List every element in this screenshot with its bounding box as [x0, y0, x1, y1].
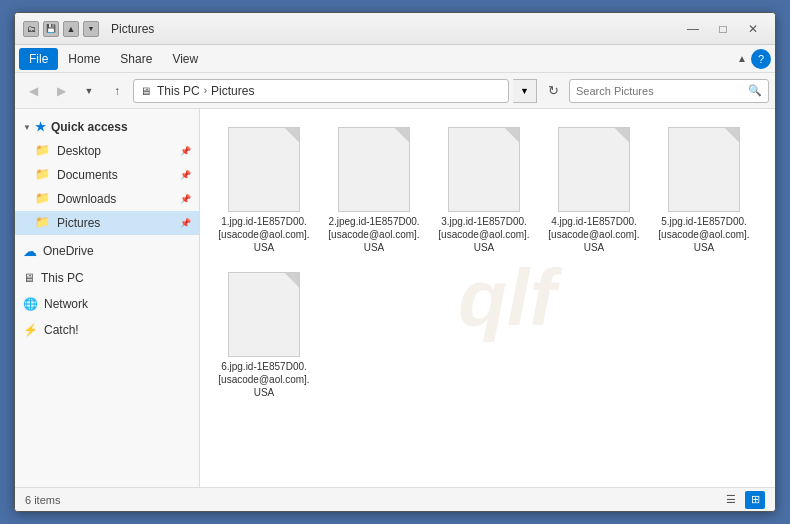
breadcrumb-pictures[interactable]: Pictures [211, 84, 254, 98]
sidebar-item-onedrive[interactable]: ☁ OneDrive [15, 239, 199, 263]
file-area: qlf 1.jpg.id-1E857D00.[usacode@aol.com].… [200, 109, 775, 487]
sidebar-section-catch: ⚡ Catch! [15, 319, 199, 341]
sidebar-item-thispc[interactable]: 🖥 This PC [15, 267, 199, 289]
file-thumbnail [228, 127, 300, 212]
dropdown-arrow[interactable]: ▼ [83, 21, 99, 37]
sidebar: ▼ ★ Quick access 📁 Desktop 📌 📁 Documents… [15, 109, 200, 487]
back-button[interactable]: ◀ [21, 79, 45, 103]
item-count: 6 items [25, 494, 60, 506]
file-name: 4.jpg.id-1E857D00.[usacode@aol.com].USA [548, 215, 640, 254]
catch-label: Catch! [44, 323, 79, 337]
lightning-icon: ⚡ [23, 323, 38, 337]
pin-icon: 📌 [180, 170, 191, 180]
file-corner-fold [725, 128, 739, 142]
network-label: Network [44, 297, 88, 311]
grid-view-button[interactable]: ⊞ [745, 491, 765, 509]
pin-icon: 📌 [180, 146, 191, 156]
sidebar-item-downloads[interactable]: 📁 Downloads 📌 [15, 187, 199, 211]
breadcrumb: 🖥 This PC › Pictures [140, 84, 254, 98]
file-thumbnail [228, 272, 300, 357]
maximize-button[interactable]: □ [709, 18, 737, 40]
address-dropdown-button[interactable]: ▼ [513, 79, 537, 103]
explorer-window: 🗂 💾 ▲ ▼ Pictures — □ ✕ File Home Share V… [14, 12, 776, 512]
window-title: Pictures [111, 22, 679, 36]
sidebar-section-thispc: 🖥 This PC [15, 267, 199, 289]
menu-view[interactable]: View [162, 48, 208, 70]
sidebar-item-label: Desktop [57, 144, 101, 158]
sidebar-item-label: Pictures [57, 216, 100, 230]
file-corner-fold [285, 273, 299, 287]
files-grid: 1.jpg.id-1E857D00.[usacode@aol.com].USA2… [210, 119, 765, 407]
file-item[interactable]: 2.jpeg.id-1E857D00.[usacode@aol.com].USA [324, 123, 424, 258]
quickaccess-chevron: ▼ [23, 123, 31, 132]
quickaccess-label: Quick access [51, 120, 128, 134]
sidebar-item-pictures[interactable]: 📁 Pictures 📌 [15, 211, 199, 235]
quick-access-toolbar-icon: 🗂 [23, 21, 39, 37]
search-icon[interactable]: 🔍 [748, 84, 762, 97]
file-item[interactable]: 3.jpg.id-1E857D00.[usacode@aol.com].USA [434, 123, 534, 258]
sidebar-item-label: Downloads [57, 192, 116, 206]
forward-button[interactable]: ▶ [49, 79, 73, 103]
title-bar: 🗂 💾 ▲ ▼ Pictures — □ ✕ [15, 13, 775, 45]
window-controls: — □ ✕ [679, 18, 767, 40]
file-thumbnail [448, 127, 520, 212]
sidebar-section-network: 🌐 Network [15, 293, 199, 315]
cloud-icon: ☁ [23, 243, 37, 259]
file-corner-fold [285, 128, 299, 142]
folder-icon: 📁 [35, 191, 51, 207]
undo-icon: ▲ [63, 21, 79, 37]
pin-icon: 📌 [180, 218, 191, 228]
sidebar-quickaccess-header[interactable]: ▼ ★ Quick access [15, 115, 199, 139]
folder-icon: 📁 [35, 167, 51, 183]
star-icon: ★ [35, 120, 46, 134]
list-view-button[interactable]: ☰ [721, 491, 741, 509]
close-button[interactable]: ✕ [739, 18, 767, 40]
refresh-button[interactable]: ↻ [541, 79, 565, 103]
breadcrumb-thispc[interactable]: This PC [157, 84, 200, 98]
computer-icon: 🖥 [140, 85, 151, 97]
computer-icon: 🖥 [23, 271, 35, 285]
address-bar: ◀ ▶ ▼ ↑ 🖥 This PC › Pictures ▼ ↻ 🔍 [15, 73, 775, 109]
save-icon: 💾 [43, 21, 59, 37]
menu-bar: File Home Share View ▲ ? [15, 45, 775, 73]
breadcrumb-arrow-1: › [204, 85, 207, 96]
sidebar-item-network[interactable]: 🌐 Network [15, 293, 199, 315]
file-item[interactable]: 4.jpg.id-1E857D00.[usacode@aol.com].USA [544, 123, 644, 258]
status-bar: 6 items ☰ ⊞ [15, 487, 775, 511]
sidebar-item-label: Documents [57, 168, 118, 182]
network-icon: 🌐 [23, 297, 38, 311]
file-thumbnail [558, 127, 630, 212]
help-button[interactable]: ? [751, 49, 771, 69]
file-corner-fold [505, 128, 519, 142]
file-item[interactable]: 1.jpg.id-1E857D00.[usacode@aol.com].USA [214, 123, 314, 258]
onedrive-label: OneDrive [43, 244, 94, 258]
pin-icon: 📌 [180, 194, 191, 204]
folder-icon: 📁 [35, 215, 51, 231]
file-name: 3.jpg.id-1E857D00.[usacode@aol.com].USA [438, 215, 530, 254]
search-input[interactable] [576, 85, 748, 97]
file-thumbnail [668, 127, 740, 212]
sidebar-section-quickaccess: ▼ ★ Quick access 📁 Desktop 📌 📁 Documents… [15, 115, 199, 235]
view-controls: ☰ ⊞ [721, 491, 765, 509]
address-path[interactable]: 🖥 This PC › Pictures [133, 79, 509, 103]
file-corner-fold [395, 128, 409, 142]
menu-home[interactable]: Home [58, 48, 110, 70]
minimize-button[interactable]: — [679, 18, 707, 40]
sidebar-item-documents[interactable]: 📁 Documents 📌 [15, 163, 199, 187]
sidebar-item-catch[interactable]: ⚡ Catch! [15, 319, 199, 341]
menu-share[interactable]: Share [110, 48, 162, 70]
menu-file[interactable]: File [19, 48, 58, 70]
sidebar-item-desktop[interactable]: 📁 Desktop 📌 [15, 139, 199, 163]
file-corner-fold [615, 128, 629, 142]
ribbon-toggle[interactable]: ▲ [737, 53, 747, 64]
file-item[interactable]: 6.jpg.id-1E857D00.[usacode@aol.com].USA [214, 268, 314, 403]
file-name: 5.jpg.id-1E857D00.[usacode@aol.com].USA [658, 215, 750, 254]
title-bar-icons: 🗂 💾 ▲ ▼ [23, 21, 99, 37]
thispc-label: This PC [41, 271, 84, 285]
file-item[interactable]: 5.jpg.id-1E857D00.[usacode@aol.com].USA [654, 123, 754, 258]
up-button[interactable]: ↑ [105, 79, 129, 103]
main-area: ▼ ★ Quick access 📁 Desktop 📌 📁 Documents… [15, 109, 775, 487]
search-box[interactable]: 🔍 [569, 79, 769, 103]
recent-locations-button[interactable]: ▼ [77, 79, 101, 103]
file-name: 2.jpeg.id-1E857D00.[usacode@aol.com].USA [328, 215, 420, 254]
